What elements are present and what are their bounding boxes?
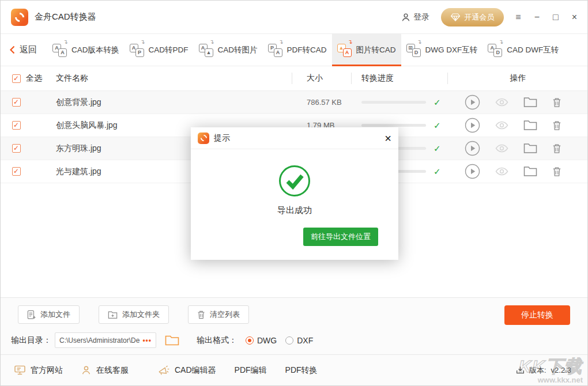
tab-5[interactable]: ⊞ D DWG DXF互转 bbox=[401, 34, 483, 66]
output-dir-value: C:\Users\Administrator\De bbox=[59, 336, 142, 345]
play-button[interactable] bbox=[465, 141, 480, 156]
play-icon bbox=[465, 164, 480, 179]
footer-link-3[interactable]: PDF编辑 bbox=[235, 365, 267, 376]
add-folder-icon bbox=[108, 311, 118, 319]
trash-icon bbox=[197, 310, 205, 319]
close-icon[interactable]: × bbox=[572, 13, 577, 22]
add-folder-label: 添加文件夹 bbox=[122, 309, 160, 320]
app-logo-icon bbox=[11, 9, 28, 26]
dialog-message: 导出成功 bbox=[191, 205, 398, 216]
delete-button[interactable] bbox=[552, 97, 561, 108]
tab-6[interactable]: A D CAD DWF互转 bbox=[483, 34, 564, 66]
menu-icon[interactable]: ≡ bbox=[515, 13, 521, 22]
tab-icon: ▲ A bbox=[337, 43, 352, 57]
clear-list-button[interactable]: 清空列表 bbox=[188, 305, 249, 324]
row-checkbox[interactable] bbox=[12, 98, 21, 107]
tab-icon: P A bbox=[268, 43, 282, 57]
preview-button[interactable] bbox=[495, 121, 508, 130]
preview-button[interactable] bbox=[495, 98, 508, 107]
open-output-folder-button[interactable] bbox=[165, 335, 179, 346]
done-check-icon: ✓ bbox=[434, 143, 441, 154]
row-checkbox[interactable] bbox=[12, 167, 21, 176]
footer-link-label: PDF转换 bbox=[285, 365, 318, 376]
login-button[interactable]: 登录 bbox=[401, 12, 429, 22]
version-label: 版本: bbox=[529, 365, 546, 376]
person-icon bbox=[81, 365, 91, 375]
play-button[interactable] bbox=[465, 94, 480, 110]
delete-button[interactable] bbox=[552, 143, 561, 154]
delete-button[interactable] bbox=[552, 120, 561, 131]
preview-button[interactable] bbox=[495, 167, 508, 176]
maximize-icon[interactable]: □ bbox=[553, 13, 559, 22]
tab-label: PDF转CAD bbox=[287, 45, 327, 55]
footer-link-1[interactable]: 在线客服 bbox=[81, 365, 129, 376]
tab-1[interactable]: A P CAD转PDF bbox=[125, 34, 194, 66]
eye-icon bbox=[495, 144, 508, 153]
goto-export-location-button[interactable]: 前往导出文件位置 bbox=[303, 228, 378, 246]
window-controls: ≡ − □ × bbox=[515, 13, 577, 22]
progress-bar bbox=[361, 124, 426, 127]
tab-0[interactable]: A A CAD版本转换 bbox=[47, 34, 125, 66]
output-dir-input[interactable]: C:\Users\Administrator\De ••• bbox=[55, 332, 156, 348]
dialog-header: 提示 × bbox=[191, 127, 398, 149]
radio-label: DWG bbox=[257, 336, 277, 345]
app-window: 金舟CAD转换器 登录 开通会员 ≡ − □ × 返回 A bbox=[0, 0, 588, 386]
back-button[interactable]: 返回 bbox=[10, 34, 37, 66]
add-folder-button[interactable]: 添加文件夹 bbox=[99, 305, 169, 324]
select-all-checkbox[interactable] bbox=[12, 74, 21, 83]
tab-label: CAD转PDF bbox=[149, 45, 189, 55]
tab-icon: ⊞ D bbox=[406, 43, 421, 57]
output-row: 输出目录： C:\Users\Administrator\De ••• 输出格式… bbox=[1, 324, 587, 348]
done-check-icon: ✓ bbox=[434, 166, 441, 177]
footer: 官方网站 在线客服 CAD编辑器 PDF编辑 PDF转换 版本: v2.2.3 bbox=[1, 354, 587, 385]
dialog-close-icon[interactable]: × bbox=[385, 133, 391, 144]
tab-3[interactable]: P A PDF转CAD bbox=[263, 34, 332, 66]
table-header: 全选 文件名称 大小 转换进度 操作 bbox=[1, 66, 587, 91]
download-icon bbox=[516, 366, 525, 374]
format-radio-dwg[interactable]: DWG bbox=[246, 336, 277, 345]
open-folder-button[interactable] bbox=[523, 143, 537, 154]
stop-convert-button[interactable]: 停止转换 bbox=[504, 305, 570, 325]
format-radio-group: DWG DXF bbox=[237, 336, 313, 345]
add-file-button[interactable]: 添加文件 bbox=[18, 305, 80, 324]
radio-icon bbox=[246, 336, 254, 345]
folder-icon bbox=[523, 143, 537, 154]
vip-button[interactable]: 开通会员 bbox=[441, 8, 504, 27]
vip-label: 开通会员 bbox=[464, 12, 494, 22]
open-folder-button[interactable] bbox=[523, 97, 537, 108]
chevron-left-icon bbox=[10, 46, 15, 54]
dialog-logo-icon bbox=[198, 133, 209, 144]
tab-label: 图片转CAD bbox=[356, 45, 396, 55]
done-check-icon: ✓ bbox=[434, 97, 441, 108]
row-checkbox[interactable] bbox=[12, 144, 21, 153]
eye-icon bbox=[495, 98, 508, 107]
export-success-dialog: 提示 × 导出成功 前往导出文件位置 bbox=[191, 127, 398, 260]
column-name: 文件名称 bbox=[52, 73, 292, 84]
tab-list: A A CAD版本转换 A P CAD转PDF A ▲ CAD转图片 P A P… bbox=[47, 34, 564, 66]
gem-icon bbox=[451, 13, 460, 21]
play-button[interactable] bbox=[465, 118, 480, 133]
open-folder-button[interactable] bbox=[523, 120, 537, 131]
progress-bar bbox=[361, 101, 426, 104]
tab-icon: A P bbox=[130, 43, 144, 57]
browse-more-button[interactable]: ••• bbox=[142, 336, 152, 345]
minimize-icon[interactable]: − bbox=[534, 13, 540, 22]
tab-4[interactable]: ▲ A 图片转CAD bbox=[332, 34, 401, 66]
preview-button[interactable] bbox=[495, 144, 508, 153]
footer-link-0[interactable]: 官方网站 bbox=[14, 365, 63, 376]
tab-label: DWG DXF互转 bbox=[425, 45, 478, 55]
dialog-title: 提示 bbox=[214, 133, 230, 143]
success-check-icon bbox=[278, 164, 311, 198]
play-button[interactable] bbox=[465, 164, 480, 179]
footer-link-4[interactable]: PDF转换 bbox=[285, 365, 318, 376]
titlebar-right: 登录 开通会员 ≡ − □ × bbox=[401, 8, 577, 27]
open-folder-button[interactable] bbox=[523, 166, 537, 177]
format-radio-dxf[interactable]: DXF bbox=[285, 336, 313, 345]
delete-button[interactable] bbox=[552, 166, 561, 177]
radio-icon bbox=[285, 336, 293, 345]
footer-link-2[interactable]: CAD编辑器 bbox=[157, 365, 216, 376]
footer-link-label: PDF编辑 bbox=[235, 365, 267, 376]
trash-icon bbox=[552, 166, 561, 177]
tab-2[interactable]: A ▲ CAD转图片 bbox=[194, 34, 263, 66]
row-checkbox[interactable] bbox=[12, 121, 21, 130]
